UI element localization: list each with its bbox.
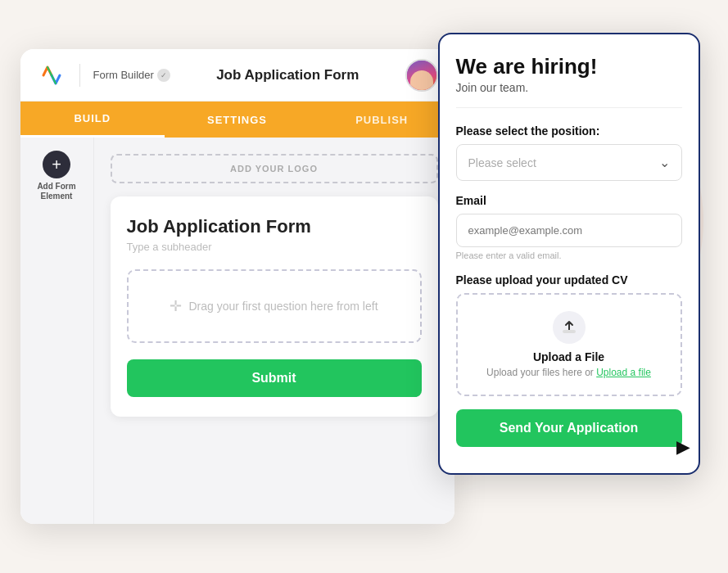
preview-subtitle: Join our team. (456, 81, 682, 108)
position-field-label: Please select the position: (456, 124, 682, 138)
upload-subtitle-text: Upload your files here or (486, 367, 594, 378)
user-avatar[interactable] (405, 59, 438, 92)
builder-body: + Add FormElement ADD YOUR LOGO Job Appl… (20, 138, 454, 524)
email-input[interactable] (456, 214, 682, 247)
add-logo-bar[interactable]: ADD YOUR LOGO (111, 154, 438, 183)
preview-submit-button[interactable]: Send Your Application ▶ (456, 409, 682, 447)
preview-hiring-title: We are hiring! (456, 54, 682, 79)
logo-area: Form Builder ✓ (37, 61, 170, 90)
position-select-value: Please select (468, 156, 536, 169)
upload-subtitle: Upload your files here or Upload a file (474, 367, 664, 378)
builder-window: Form Builder ✓ Job Application Form BUIL… (20, 49, 454, 524)
logo-divider (79, 64, 80, 87)
cv-upload-label: Please upload your updated CV (456, 273, 682, 286)
form-submit-button[interactable]: Submit (127, 359, 422, 397)
app-logo-icon (37, 61, 66, 90)
preview-submit-label: Send Your Application (500, 421, 639, 435)
builder-sidebar: + Add FormElement (20, 138, 94, 524)
tab-publish[interactable]: PUBLISH (310, 102, 454, 138)
builder-header: Form Builder ✓ Job Application Form (20, 49, 454, 102)
upload-link[interactable]: Upload a file (596, 367, 651, 378)
builder-nav: BUILD SETTINGS PUBLISH (20, 102, 454, 138)
verified-check: ✓ (157, 69, 170, 82)
preview-card: We are hiring! Join our team. Please sel… (438, 33, 700, 475)
main-container: Form Builder ✓ Job Application Form BUIL… (20, 25, 708, 548)
add-icon: + (43, 151, 70, 178)
add-element-label: Add FormElement (37, 182, 75, 201)
cursor-icon: ▶ (676, 437, 689, 457)
upload-title: Upload a File (474, 350, 664, 363)
avatar-silhouette (410, 70, 433, 90)
builder-canvas: ADD YOUR LOGO Job Application Form Type … (94, 138, 454, 524)
upload-icon (553, 311, 586, 344)
form-builder-text: Form Builder (93, 69, 154, 81)
tab-settings[interactable]: SETTINGS (165, 102, 310, 138)
builder-window-title: Job Application Form (170, 67, 405, 83)
drop-zone[interactable]: ✛ Drag your first question here from lef… (127, 269, 422, 343)
drop-zone-text: Drag your first question here from left (188, 300, 378, 313)
select-chevron-icon: ⌄ (659, 155, 670, 170)
form-card: Job Application Form Type a subheader ✛ … (111, 196, 438, 417)
email-hint: Please enter a valid email. (456, 250, 682, 260)
add-form-element-button[interactable]: + Add FormElement (37, 151, 75, 201)
avatar-image (407, 61, 436, 90)
form-card-title: Job Application Form (127, 216, 422, 237)
file-upload-zone[interactable]: Upload a File Upload your files here or … (456, 293, 682, 396)
drag-icon: ✛ (170, 297, 182, 315)
tab-build[interactable]: BUILD (20, 102, 165, 138)
form-builder-label: Form Builder ✓ (93, 69, 170, 82)
svg-rect-1 (563, 330, 576, 333)
position-select[interactable]: Please select ⌄ (456, 144, 682, 181)
email-field-label: Email (456, 194, 682, 207)
form-card-subheader[interactable]: Type a subheader (127, 241, 422, 253)
